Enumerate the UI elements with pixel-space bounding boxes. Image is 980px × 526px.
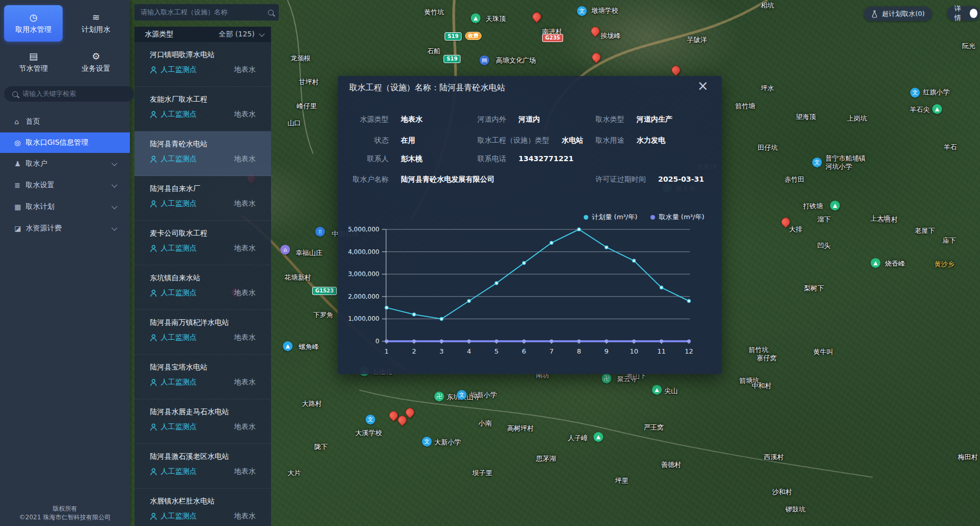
road-badge: G1523 [312, 287, 337, 295]
station-search-input[interactable]: 请输入取水工程（设施）名称 [134, 4, 279, 21]
map-poi-green-icon[interactable]: ▲ [471, 13, 481, 23]
map-poi-poi-icon[interactable]: ▲ [283, 341, 293, 351]
keyword-search-input[interactable]: 请输入关键字检索 [4, 86, 134, 102]
intake-line-chart: 01,000,0002,000,0003,000,0004,000,0005,0… [338, 76, 722, 374]
svg-text:2,000,000: 2,000,000 [348, 293, 379, 300]
map-poi-building-icon[interactable]: ▤ [479, 55, 489, 65]
map-poi-temple-icon[interactable]: 卍 [434, 392, 444, 401]
copyright-line1: 版权所有 [0, 504, 130, 513]
station-list-item[interactable]: 陆河县激石溪老区水电站 人工监测点 地表水 [134, 444, 271, 489]
svg-text:0: 0 [375, 338, 379, 345]
sidebar-item-label: 取水户 [26, 159, 47, 168]
station-list-item[interactable]: 水唇镇水栏肚水电站 人工监测点 地表水 [134, 489, 271, 526]
station-list-item[interactable]: 陆河县宝塔水电站 人工监测点 地表水 [134, 355, 271, 399]
station-list-item[interactable]: 河口镇唱歌潭水电站 人工监测点 地表水 [134, 42, 271, 87]
svg-text:3: 3 [439, 347, 444, 355]
monitor-type: 人工监测点 [161, 199, 197, 208]
detail-toggle[interactable]: 详情 [947, 6, 980, 21]
monitor-type: 人工监测点 [161, 110, 197, 119]
map-place-label: 上大塘 [870, 215, 890, 223]
database-icon: ≣ [14, 181, 26, 189]
station-list-item[interactable]: 陆河县青砼水电站 人工监测点 地表水 [134, 131, 271, 176]
map-poi-green-icon[interactable]: ▲ [652, 385, 662, 395]
map-place-label: 西溪村 [764, 453, 784, 461]
station-meta: 人工监测点 地表水 [150, 378, 256, 387]
app-button-water-saving[interactable]: ▤ 节水管理 [4, 44, 63, 81]
station-list-item[interactable]: 陆河县自来水厂 人工监测点 地表水 [134, 176, 271, 221]
map-place-label: 阮光 [962, 42, 975, 50]
toggle-knob[interactable] [970, 9, 977, 18]
map-poi-green-icon[interactable]: ▲ [830, 201, 840, 210]
map-place-label: 坪水 [761, 84, 774, 92]
map-poi-school-icon[interactable]: 文 [910, 88, 920, 98]
station-meta: 人工监测点 地表水 [150, 512, 256, 521]
map-poi-green-icon[interactable]: ▲ [593, 432, 603, 442]
map-poi-school-icon[interactable]: 文 [577, 6, 587, 16]
water-source-type: 地表水 [234, 154, 256, 164]
sidebar-item-water-plan[interactable]: ▦ 取水计划 [0, 197, 130, 217]
chevron-down-icon [111, 160, 117, 166]
map-poi-school-icon[interactable]: 文 [422, 437, 432, 446]
person-icon [150, 423, 157, 431]
map-poi-gas-icon[interactable]: ▯ [315, 227, 325, 237]
app-button-label: 业务设置 [82, 64, 110, 73]
map-place-label: 思茅湖 [536, 455, 556, 463]
map-place-label: 峰仔里 [297, 102, 317, 110]
map-poi-school-icon[interactable]: 文 [812, 158, 822, 167]
chevron-down-icon [111, 182, 117, 187]
filter-value: 全部 (125) [219, 30, 255, 39]
map-poi-temple-icon[interactable]: 卍 [602, 374, 611, 383]
station-list-item[interactable]: 东坑镇自来水站 人工监测点 地表水 [134, 265, 271, 310]
source-type-filter[interactable]: 水源类型 全部 (125) [134, 27, 271, 42]
road-badge: S19 [444, 55, 460, 63]
home-icon: ⌂ [14, 118, 26, 126]
map-poi-school-icon[interactable]: 文 [366, 415, 375, 424]
station-list-item[interactable]: 陆河县南万镇杞洋水电站 人工监测点 地表水 [134, 310, 271, 355]
map-place-label: 坪里 [615, 477, 628, 485]
app-button-water-usage[interactable]: ◷ 取用水管理 [4, 5, 63, 42]
person-icon [150, 334, 157, 342]
map-poi-school-icon[interactable]: 文 [457, 390, 467, 400]
station-list-item[interactable]: 陆河县水唇走马石水电站 人工监测点 地表水 [134, 399, 271, 444]
water-source-type: 地表水 [234, 244, 256, 253]
station-list-item[interactable]: 麦卡公司取水工程 人工监测点 地表水 [134, 221, 271, 265]
person-icon [150, 200, 157, 208]
water-source-type: 地表水 [234, 333, 256, 342]
monitor-type: 人工监测点 [161, 244, 197, 253]
map-poi-green-icon[interactable]: ▲ [932, 104, 942, 114]
station-name: 陆河县南万镇杞洋水电站 [150, 318, 229, 327]
sidebar-item-gis-management[interactable]: ◎ 取水口GIS信息管理 [0, 132, 130, 153]
map-place-label: 尖山 [664, 387, 678, 395]
map-place-label: 螺角峰 [299, 343, 319, 351]
road-badge: G235 [542, 34, 563, 42]
app-button-planned-water[interactable]: ≋ 计划用水 [67, 5, 125, 42]
station-name: 麦卡公司取水工程 [150, 229, 207, 238]
map-place-label: 羊石 [944, 143, 957, 151]
map-place-label: 小南 [478, 419, 492, 427]
over-plan-water-button[interactable]: 超计划取水(0) [864, 7, 932, 21]
map-place-label: 芋陂洋 [687, 36, 707, 44]
water-source-type: 地表水 [234, 65, 256, 74]
station-name: 友能水厂取水工程 [150, 95, 207, 104]
person-icon [150, 155, 157, 163]
search-icon[interactable] [268, 10, 274, 15]
app-button-business-settings[interactable]: ⚙ 业务设置 [67, 44, 125, 81]
map-place-label: 大片 [287, 469, 301, 477]
map-poi-resort-icon[interactable]: ⌂ [280, 245, 290, 255]
map-place-label: 溜下 [817, 216, 831, 224]
station-name: 陆河县宝塔水电站 [150, 363, 207, 372]
map-place-label: 聚云寺 [617, 375, 637, 383]
keyword-search-placeholder: 请输入关键字检索 [23, 89, 76, 99]
map-place-label: 箭竹坑 [748, 346, 768, 354]
map-pin-icon: ◎ [14, 139, 26, 147]
map-place-label: 望海顶 [796, 113, 816, 121]
svg-text:4: 4 [467, 347, 471, 355]
map-poi-green-icon[interactable]: ▲ [871, 258, 880, 268]
map-place-label: 陇下 [314, 443, 328, 451]
station-list-item[interactable]: 友能水厂取水工程 人工监测点 地表水 [134, 87, 271, 131]
sidebar-item-home[interactable]: ⌂ 首页 [0, 111, 130, 132]
sidebar-item-water-users[interactable]: ♟ 取水户 [0, 153, 130, 174]
map-place-label: 黄沙乡 [934, 260, 954, 268]
sidebar-item-water-billing[interactable]: ◪ 水资源计费 [0, 218, 130, 239]
sidebar-item-water-settings[interactable]: ≣ 取水设置 [0, 175, 130, 196]
